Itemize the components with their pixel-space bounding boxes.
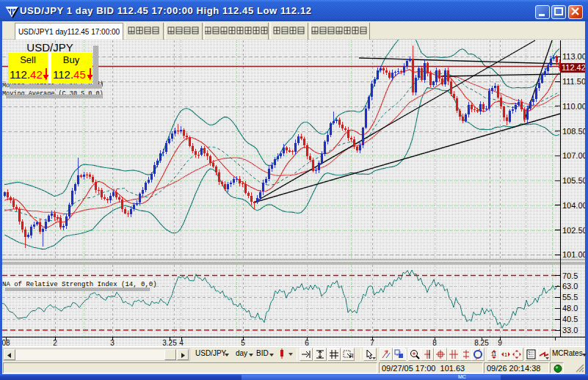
svg-text:112.42: 112.42 — [562, 63, 586, 72]
svg-text:8: 8 — [432, 339, 437, 346]
svg-text:3: 3 — [110, 339, 115, 346]
svg-text:8.25: 8.25 — [474, 339, 489, 346]
svg-text:112.42: 112.42 — [10, 68, 43, 81]
svg-text:104.00: 104.00 — [562, 201, 587, 210]
svg-text:110.00: 110.00 — [562, 102, 587, 111]
svg-text:102.50: 102.50 — [562, 226, 587, 235]
svg-text:70.5: 70.5 — [562, 271, 578, 280]
svg-text:Sell: Sell — [20, 54, 36, 65]
svg-text:08: 08 — [1, 339, 10, 346]
svg-text:63.0: 63.0 — [562, 282, 578, 291]
svg-text:48.0: 48.0 — [562, 304, 578, 313]
svg-text:5: 5 — [241, 339, 245, 346]
svg-text:108.50: 108.50 — [562, 127, 587, 136]
svg-text:2: 2 — [53, 339, 57, 346]
svg-text:3.25: 3.25 — [162, 339, 177, 346]
svg-text:113.00: 113.00 — [562, 52, 587, 61]
svg-text:NA of Relative Strength Index: NA of Relative Strength Index (14, 0,0) — [2, 281, 157, 288]
svg-text:101.00: 101.00 — [562, 250, 587, 259]
svg-text:6: 6 — [305, 339, 309, 346]
svg-text:107.00: 107.00 — [562, 151, 587, 160]
svg-text:9: 9 — [498, 339, 502, 346]
svg-text:112.45: 112.45 — [53, 68, 86, 81]
svg-text:USD/JPY: USD/JPY — [26, 41, 73, 54]
svg-text:4: 4 — [179, 339, 184, 346]
svg-text:Buy: Buy — [63, 54, 80, 65]
svg-text:11: 11 — [491, 351, 496, 357]
svg-text:111.50: 111.50 — [562, 77, 586, 86]
svg-text:q: q — [350, 351, 353, 358]
svg-text:1: 1 — [504, 352, 507, 357]
svg-text:33.0: 33.0 — [562, 326, 578, 335]
svg-text:7: 7 — [370, 339, 374, 346]
svg-text:105.50: 105.50 — [562, 176, 587, 185]
svg-text:55.5: 55.5 — [562, 293, 578, 302]
svg-text:40.5: 40.5 — [562, 315, 578, 324]
